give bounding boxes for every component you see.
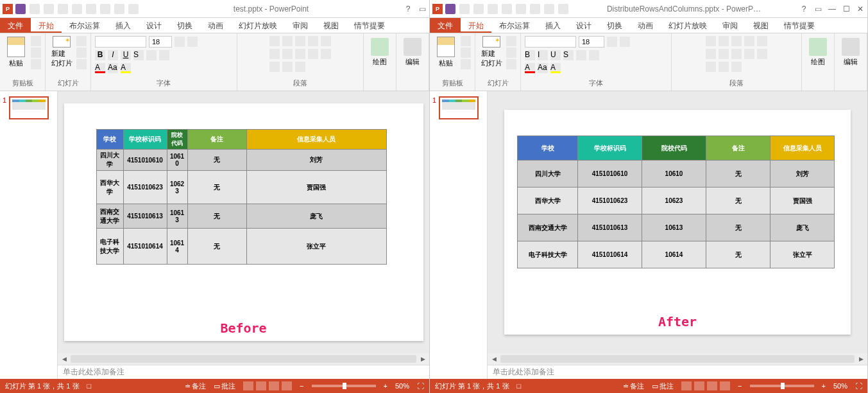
tab-insert[interactable]: 插入 (108, 18, 139, 33)
decrease-font-icon[interactable] (187, 37, 198, 47)
fit-button[interactable]: ⛶ (855, 382, 862, 390)
indent-left-icon[interactable] (731, 36, 742, 46)
undo-icon[interactable] (30, 4, 40, 14)
layout-icon[interactable] (76, 36, 87, 46)
section-icon[interactable] (506, 59, 516, 69)
qat-dropdown-icon[interactable] (558, 4, 568, 14)
paste-button[interactable]: 粘贴 (4, 36, 28, 68)
remarks-button[interactable]: ≐ 备注 (623, 381, 644, 391)
help-button[interactable]: ? (799, 4, 808, 13)
strikethrough-icon[interactable]: S (563, 50, 574, 60)
slide-thumbnail-1[interactable] (9, 96, 49, 119)
tab-transition[interactable]: 切换 (169, 18, 200, 33)
section-icon[interactable] (76, 59, 87, 69)
scroll-right-icon[interactable]: ▶ (857, 355, 865, 363)
copy-icon[interactable] (461, 48, 471, 58)
slide-canvas[interactable]: 学校 学校标识码 院校 代码 备注 信息采集人员 四川大 学4151010610… (58, 91, 429, 353)
redo-icon[interactable] (44, 4, 54, 14)
maximize-button[interactable]: ☐ (842, 4, 851, 13)
scroll-left-icon[interactable]: ◀ (490, 355, 498, 363)
align-center-icon[interactable] (719, 49, 729, 59)
text-direction-icon[interactable] (269, 62, 280, 72)
normal-view-button[interactable] (243, 381, 253, 390)
italic-icon[interactable]: I (538, 50, 548, 60)
remarks-button[interactable]: ≐ 备注 (185, 381, 206, 391)
line-spacing-icon[interactable] (757, 36, 767, 46)
reading-view-button[interactable] (269, 381, 279, 390)
font-family-select[interactable] (95, 36, 146, 48)
tab-storyline[interactable]: 情节提要 (346, 18, 393, 33)
zoom-out-button[interactable]: − (300, 382, 303, 390)
new-slide-button[interactable]: 新建 幻灯片 (49, 36, 74, 68)
tab-design[interactable]: 设计 (139, 18, 169, 33)
highlight-icon[interactable]: A (121, 63, 131, 73)
tab-boolean[interactable]: 布尔运算 (62, 18, 108, 33)
drawing-button[interactable]: 绘图 (806, 36, 830, 68)
spellcheck-icon[interactable]: □ (517, 382, 522, 390)
italic-icon[interactable]: I (108, 50, 118, 60)
spacing-icon[interactable] (589, 50, 599, 60)
align-left-icon[interactable] (269, 49, 280, 59)
numbering-icon[interactable] (719, 36, 729, 46)
save-icon[interactable] (445, 4, 455, 14)
qat-icon[interactable] (530, 4, 540, 14)
slide-thumbnail-1[interactable] (439, 96, 479, 119)
qat-icon[interactable] (86, 4, 96, 14)
bold-icon[interactable]: B (95, 50, 105, 60)
comments-button[interactable]: ▭ 批注 (652, 381, 674, 391)
qat-icon[interactable] (488, 4, 498, 14)
minimize-button[interactable]: — (828, 4, 837, 13)
tab-file[interactable]: 文件 (430, 18, 461, 33)
tab-boolean[interactable]: 布尔运算 (491, 18, 538, 33)
qat-icon[interactable] (544, 4, 554, 14)
sorter-view-button[interactable] (256, 381, 266, 390)
tab-slideshow[interactable]: 幻灯片放映 (231, 18, 285, 33)
tab-view[interactable]: 视图 (745, 18, 776, 33)
editing-button[interactable]: 编辑 (838, 36, 863, 68)
qat-icon[interactable] (114, 4, 124, 14)
tab-insert[interactable]: 插入 (538, 18, 568, 33)
notes-pane[interactable]: 单击此处添加备注 (58, 365, 429, 379)
zoom-level[interactable]: 50% (395, 382, 409, 390)
text-direction-icon[interactable] (706, 62, 716, 72)
increase-font-icon[interactable] (607, 37, 617, 47)
paste-button[interactable]: 粘贴 (434, 36, 458, 68)
tab-storyline[interactable]: 情节提要 (776, 18, 822, 33)
columns-icon[interactable] (321, 49, 331, 59)
qat-dropdown-icon[interactable] (128, 4, 139, 14)
zoom-level[interactable]: 50% (833, 382, 847, 390)
tab-view[interactable]: 视图 (316, 18, 346, 33)
qat-icon[interactable] (516, 4, 526, 14)
tab-slideshow[interactable]: 幻灯片放映 (661, 18, 715, 33)
tab-file[interactable]: 文件 (0, 18, 31, 33)
underline-icon[interactable]: U (550, 50, 561, 60)
tab-transition[interactable]: 切换 (599, 18, 630, 33)
cut-icon[interactable] (461, 36, 471, 46)
scroll-track[interactable] (500, 355, 855, 363)
ribbon-options-button[interactable]: ▭ (813, 4, 822, 13)
font-family-select[interactable] (525, 36, 576, 48)
sorter-view-button[interactable] (694, 381, 704, 390)
layout-icon[interactable] (506, 36, 516, 46)
tab-design[interactable]: 设计 (568, 18, 599, 33)
indent-left-icon[interactable] (295, 36, 305, 46)
highlight-icon[interactable]: A (550, 63, 561, 73)
decrease-font-icon[interactable] (620, 37, 630, 47)
save-icon[interactable] (15, 4, 26, 14)
reset-icon[interactable] (506, 48, 516, 58)
strikethrough-icon[interactable]: S (133, 50, 144, 60)
redo-icon[interactable] (473, 4, 484, 14)
align-left-icon[interactable] (706, 49, 716, 59)
new-slide-button[interactable]: 新建 幻灯片 (479, 36, 504, 68)
tab-review[interactable]: 审阅 (715, 18, 745, 33)
bullets-icon[interactable] (706, 36, 716, 46)
qat-icon[interactable] (72, 4, 82, 14)
justify-icon[interactable] (744, 49, 754, 59)
slideshow-view-button[interactable] (282, 381, 292, 390)
scroll-right-icon[interactable]: ▶ (419, 355, 427, 363)
tab-review[interactable]: 审阅 (285, 18, 316, 33)
horizontal-scrollbar[interactable]: ◀ ▶ (488, 353, 867, 365)
increase-font-icon[interactable] (174, 37, 185, 47)
spacing-icon[interactable] (159, 50, 169, 60)
tab-home[interactable]: 开始 (461, 18, 491, 33)
